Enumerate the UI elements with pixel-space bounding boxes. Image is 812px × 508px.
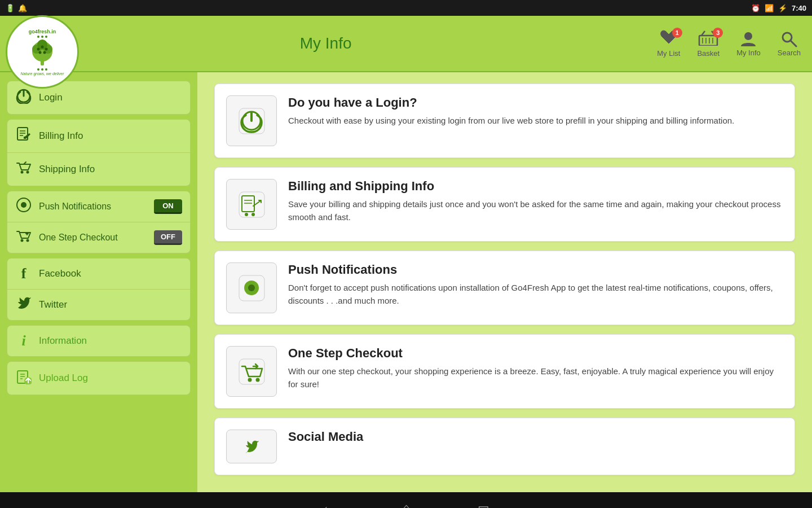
app-container: go4fresh.in <box>0 16 812 492</box>
svg-point-7 <box>38 51 41 54</box>
billing-card-desc: Save your billing and shipping details j… <box>288 198 783 224</box>
twitter-label: Twitter <box>39 299 67 310</box>
sidebar-item-billing[interactable]: Billing Info <box>7 120 190 153</box>
billing-icon <box>15 126 32 146</box>
logo-dot <box>45 68 47 71</box>
wifi-icon: 📶 <box>765 4 774 12</box>
push-notifications-toggle[interactable]: ON <box>154 199 182 214</box>
checkout-cart-icon <box>16 228 32 244</box>
login-card-title: Do you have a Login? <box>288 95 783 110</box>
login-card-desc: Checkout with ease by using your existin… <box>288 115 783 128</box>
basket-button[interactable]: 3 Basket <box>697 30 720 58</box>
sidebar-item-one-step-checkout[interactable]: One Step Checkout OFF <box>7 222 190 253</box>
recent-apps-button[interactable]: ▭ <box>478 501 489 508</box>
push-card-text: Push Notifications Don't forget to accep… <box>288 262 783 307</box>
battery-icon: 🔋 <box>6 4 15 12</box>
information-label: Information <box>39 335 87 347</box>
checkout-card: One Step Checkout With our one step chec… <box>214 334 795 409</box>
top-header: go4fresh.in <box>0 16 812 72</box>
information-icon: i <box>15 332 32 349</box>
logo-dot <box>45 36 47 38</box>
logo-dot <box>41 68 43 71</box>
sidebar-item-information[interactable]: i Information <box>7 325 191 357</box>
my-list-button[interactable]: 1 My List <box>657 30 680 58</box>
social-card-icon <box>226 430 277 463</box>
svg-point-49 <box>248 284 255 291</box>
svg-point-51 <box>248 378 251 382</box>
billing-card-text: Billing and Shipping Info Save your bill… <box>288 179 783 224</box>
billing-shipping-group: Billing Info Shipping Info <box>7 119 191 186</box>
nav-bar: ← ⌂ ▭ <box>0 492 812 508</box>
svg-point-6 <box>45 47 47 50</box>
billing-card: Billing and Shipping Info Save your bill… <box>214 167 795 242</box>
svg-point-45 <box>245 213 248 216</box>
signal-icon: ⚡ <box>778 4 787 12</box>
sidebar-item-shipping[interactable]: Shipping Info <box>7 153 190 186</box>
push-card-title: Push Notifications <box>288 262 783 277</box>
facebook-label: Facebook <box>39 268 81 279</box>
svg-point-4 <box>37 47 39 50</box>
home-button[interactable]: ⌂ <box>403 501 410 508</box>
svg-point-5 <box>41 45 43 48</box>
checkout-card-text: One Step Checkout With our one step chec… <box>288 346 783 391</box>
billing-shipping-icon <box>236 189 267 220</box>
social-group: f Facebook Twitter <box>7 258 191 321</box>
sidebar-item-push-notifications[interactable]: Push Notifications ON <box>7 191 190 222</box>
logo-tree-icon <box>27 39 58 67</box>
content-area: Do you have a Login? Checkout with ease … <box>197 72 812 492</box>
social-card-title: Social Media <box>288 430 783 444</box>
sidebar-item-facebook[interactable]: f Facebook <box>7 259 190 290</box>
power-button-icon <box>236 106 267 137</box>
push-card: Push Notifications Don't forget to accep… <box>214 251 795 325</box>
facebook-icon: f <box>15 265 32 282</box>
basket-badge: 3 <box>713 28 723 38</box>
push-card-desc: Don't forget to accept push notification… <box>288 282 783 307</box>
cart-icon <box>16 160 32 176</box>
login-card: Do you have a Login? Checkout with ease … <box>214 84 795 158</box>
my-info-label: My Info <box>736 49 761 57</box>
logo-tagline: Nature grows, we deliver <box>20 72 64 76</box>
notification-icon: 🔔 <box>18 4 27 12</box>
svg-point-28 <box>21 239 24 242</box>
search-label: Search <box>778 49 801 57</box>
logo-dot <box>37 68 39 71</box>
one-step-checkout-toggle[interactable]: OFF <box>154 230 182 245</box>
twitter-icon <box>15 296 32 313</box>
app-logo[interactable]: go4fresh.in <box>6 15 79 89</box>
twitter-bird-icon <box>16 296 32 310</box>
svg-point-15 <box>744 32 752 40</box>
checkout-card-icon <box>226 346 277 397</box>
svg-point-52 <box>255 378 259 382</box>
sidebar-item-upload-log[interactable]: Upload Log <box>7 361 191 395</box>
clock: 7:40 <box>792 4 806 12</box>
basket-icon-wrapper: 3 <box>698 30 718 48</box>
logo-dot <box>41 36 43 38</box>
my-info-button[interactable]: My Info <box>736 30 761 57</box>
toggle-group: Push Notifications ON One Step Checkout <box>7 191 191 253</box>
upload-log-label: Upload Log <box>39 373 88 384</box>
billing-card-title: Billing and Shipping Info <box>288 179 783 194</box>
one-step-checkout-icon <box>236 356 267 387</box>
checkout-card-title: One Step Checkout <box>288 346 783 361</box>
svg-point-24 <box>21 171 24 174</box>
main-content: Login Billing Info <box>0 72 812 492</box>
login-card-text: Do you have a Login? Checkout with ease … <box>288 95 783 128</box>
shipping-label: Shipping Info <box>39 164 95 175</box>
svg-point-27 <box>21 202 27 208</box>
upload-log-icon <box>15 369 32 388</box>
search-button[interactable]: Search <box>778 30 801 57</box>
back-button[interactable]: ← <box>323 501 335 508</box>
bell-circle-icon <box>16 197 32 213</box>
basket-label: Basket <box>697 49 720 58</box>
svg-point-29 <box>27 239 29 242</box>
push-notification-icon <box>236 273 267 304</box>
social-media-icon <box>240 435 263 458</box>
login-label: Login <box>39 92 63 103</box>
social-card: Social Media <box>214 418 795 475</box>
svg-point-25 <box>27 171 29 174</box>
sidebar-item-twitter[interactable]: Twitter <box>7 290 190 320</box>
push-card-icon <box>226 262 277 313</box>
svg-point-8 <box>43 51 46 54</box>
login-card-icon <box>226 95 277 146</box>
svg-rect-9 <box>41 60 44 65</box>
